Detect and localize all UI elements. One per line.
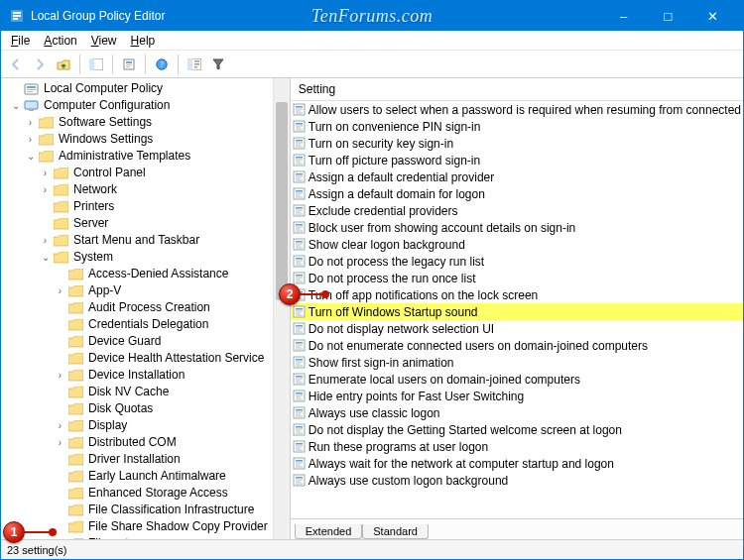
setting-row[interactable]: Exclude credential providersNot configur… [291,202,744,219]
tree-twisty-icon[interactable]: › [54,535,66,539]
tree-twisty-icon[interactable]: ⌄ [9,97,22,114]
setting-row[interactable]: Do not process the run once listNot conf… [291,270,744,286]
tree-twisty-icon[interactable]: › [54,282,66,299]
folder-icon [53,200,68,214]
filter-button[interactable] [207,54,229,75]
setting-row[interactable]: Show clear logon backgroundNot configure… [291,236,744,253]
svg-rect-114 [296,409,303,411]
svg-rect-27 [296,113,303,114]
setting-icon [291,406,309,419]
tree-system-access-denied-assistance[interactable]: Access-Denied Assistance [5,266,290,282]
tree-system-device-health-attestation-service[interactable]: Device Health Attestation Service [5,350,290,367]
tree-system-device-installation[interactable]: ›Device Installation [5,367,290,384]
minimize-button[interactable]: – [601,1,646,31]
setting-row[interactable]: Hide entry points for Fast User Switchin… [291,388,744,404]
setting-row[interactable]: Turn off picture password sign-inNot con… [291,152,744,168]
setting-row[interactable]: Run these programs at user logonNot conf… [291,438,744,455]
svg-rect-18 [27,86,36,88]
settings-list[interactable]: Allow users to select when a password is… [291,101,744,518]
tree-system-app-v[interactable]: ›App-V [5,282,290,299]
tree-computer-config[interactable]: ⌄Computer Configuration [5,97,290,114]
tree-twisty-icon[interactable]: › [54,434,66,451]
setting-row[interactable]: Always use classic logonNot configuredNo [291,404,744,421]
menu-view[interactable]: View [85,32,123,50]
tree-windows-settings[interactable]: ›Windows Settings [5,131,290,148]
setting-row[interactable]: Turn on convenience PIN sign-inNot confi… [291,118,744,135]
tree-printers[interactable]: Printers [5,198,290,215]
tree-twisty-icon[interactable]: › [39,232,52,249]
tree-twisty-icon[interactable]: › [54,417,66,434]
svg-rect-137 [296,484,303,485]
setting-row[interactable]: Show first sign-in animationNot configur… [291,354,744,371]
tree-server[interactable]: Server [5,215,290,232]
svg-rect-59 [296,224,303,226]
tree-system-enhanced-storage-access[interactable]: Enhanced Storage Access [5,485,290,502]
tree-system[interactable]: ⌄System [5,249,290,266]
tree-system-display[interactable]: ›Display [5,417,290,434]
tree-label: File Classification Infrastructure [86,502,256,518]
svg-rect-134 [296,477,303,479]
tree-system-audit-process-creation[interactable]: Audit Process Creation [5,299,290,316]
tree-system-filesystem[interactable]: ›Filesystem [5,535,290,539]
forward-button[interactable] [29,54,51,75]
tree-software-settings[interactable]: ›Software Settings [5,114,290,131]
close-button[interactable]: ✕ [690,1,735,31]
setting-row[interactable]: Allow users to select when a password is… [291,101,744,118]
setting-row[interactable]: Turn on security key sign-inNot configur… [291,135,744,152]
tree-system-disk-quotas[interactable]: Disk Quotas [5,400,290,417]
menu-help[interactable]: Help [125,32,162,50]
setting-row[interactable]: Assign a default credential providerNot … [291,168,744,185]
tree-twisty-icon[interactable]: ⌄ [39,249,52,266]
setting-row[interactable]: Always wait for the network at computer … [291,455,744,472]
setting-row[interactable]: Always use custom logon backgroundNot co… [291,472,744,489]
tree-label: System [71,249,115,266]
svg-rect-69 [296,258,303,260]
show-hide-console-tree-button[interactable] [85,54,107,75]
folder-icon [67,369,83,383]
svg-rect-14 [194,60,199,62]
tree-scrollbar[interactable] [273,78,290,539]
help-button[interactable]: ? [151,54,173,75]
setting-row[interactable]: Do not display network selection UINot c… [291,320,744,337]
setting-row[interactable]: Block user from showing account details … [291,219,744,236]
setting-row[interactable]: Do not enumerate connected users on doma… [291,337,744,354]
maximize-button[interactable]: □ [646,1,690,31]
tree-twisty-icon[interactable]: › [39,181,52,198]
filter-options-button[interactable] [184,54,205,75]
tree-system-credentials-delegation[interactable]: Credentials Delegation [5,316,290,333]
tree-system-distributed-com[interactable]: ›Distributed COM [5,434,290,451]
tree-system-disk-nv-cache[interactable]: Disk NV Cache [5,384,290,400]
properties-button[interactable] [118,54,140,75]
policy-tree[interactable]: Local Computer Policy⌄Computer Configura… [1,78,290,539]
tree-system-driver-installation[interactable]: Driver Installation [5,451,290,468]
tree-system-file-classification-infrastructure[interactable]: File Classification Infrastructure [5,502,290,518]
back-button[interactable] [5,54,27,75]
tree-twisty-icon[interactable]: › [24,114,37,131]
setting-row[interactable]: Turn off Windows Startup soundNot config… [291,303,744,320]
setting-row[interactable]: Turn off app notifications on the lock s… [291,286,744,303]
tree-twisty-icon[interactable]: ⌄ [24,148,37,165]
tree-network[interactable]: ›Network [5,181,290,198]
scrollbar-thumb[interactable] [276,102,288,300]
tree-system-early-launch-antimalware[interactable]: Early Launch Antimalware [5,468,290,485]
tree-system-device-guard[interactable]: Device Guard [5,333,290,350]
setting-row[interactable]: Do not display the Getting Started welco… [291,421,744,438]
menu-file[interactable]: File [5,32,36,50]
tab-standard[interactable]: Standard [362,524,429,539]
menu-action[interactable]: Action [38,32,82,50]
tree-control-panel[interactable]: ›Control Panel [5,165,290,181]
tree-admin-templates[interactable]: ⌄Administrative Templates [5,148,290,165]
column-setting[interactable]: Setting [291,78,744,100]
setting-row[interactable]: Do not process the legacy run listNot co… [291,253,744,270]
svg-rect-49 [296,190,303,192]
tree-label: Administrative Templates [57,148,192,165]
tree-root[interactable]: Local Computer Policy [5,80,290,97]
up-button[interactable] [53,54,74,75]
tree-twisty-icon[interactable]: › [24,131,37,148]
tree-twisty-icon[interactable]: › [39,165,52,181]
tree-start-menu[interactable]: ›Start Menu and Taskbar [5,232,290,249]
setting-row[interactable]: Enumerate local users on domain-joined c… [291,371,744,388]
setting-row[interactable]: Assign a default domain for logonNot con… [291,185,744,202]
tree-twisty-icon[interactable]: › [54,367,66,384]
tab-extended[interactable]: Extended [295,524,362,539]
